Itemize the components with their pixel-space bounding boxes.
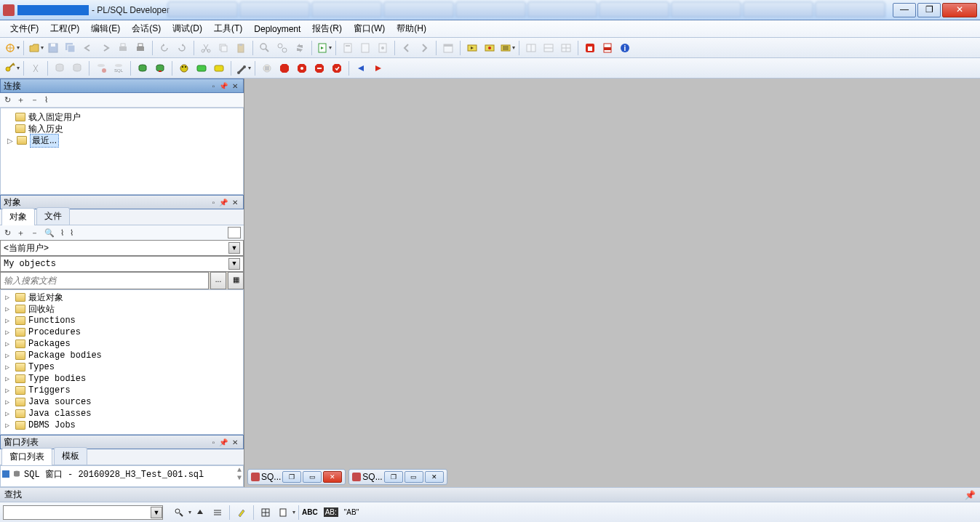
break3-button[interactable] xyxy=(311,60,327,76)
minimize-button[interactable]: — xyxy=(893,3,916,17)
expand-handle-icon[interactable]: ▷ xyxy=(5,293,12,302)
expand-handle-icon[interactable]: ▷ xyxy=(5,398,12,406)
case-abc-button[interactable]: ABC xyxy=(302,508,318,516)
find-combo[interactable]: ▼ xyxy=(3,505,163,520)
db2-button[interactable] xyxy=(69,60,85,76)
tab-templates[interactable]: 模板 xyxy=(54,447,87,465)
arrow-right-button[interactable] xyxy=(370,60,386,76)
refresh-icon[interactable]: ↻ xyxy=(3,228,12,238)
scroll-indicator-icon[interactable]: ▲▼ xyxy=(237,466,242,482)
winlist-item[interactable]: SQL 窗口 - 20160928_H3_Test_001.sql ▲▼ xyxy=(2,467,242,481)
grid2-button[interactable] xyxy=(541,40,557,56)
findnext-button[interactable] xyxy=(274,40,290,56)
printer-setup-button[interactable] xyxy=(132,40,148,56)
break1-button[interactable] xyxy=(276,60,292,76)
object-tree-node[interactable]: ▷Types xyxy=(2,361,242,373)
panel-dock-icon[interactable]: ▫ xyxy=(210,438,217,446)
menu-file[interactable]: 文件(F) xyxy=(4,20,44,37)
panel-dock-icon[interactable]: ▫ xyxy=(210,82,217,90)
dropdown-icon[interactable]: ▼ xyxy=(228,258,240,270)
expand-handle-icon[interactable]: ▷ xyxy=(5,351,12,360)
print-button[interactable] xyxy=(115,40,131,56)
replace-button[interactable] xyxy=(292,40,308,56)
grid-button[interactable] xyxy=(258,505,274,521)
tab-objects[interactable]: 对象 xyxy=(1,208,35,225)
cut-button[interactable] xyxy=(198,40,214,56)
copy-button[interactable] xyxy=(215,40,231,56)
object-tree-node[interactable]: ▷Functions xyxy=(2,315,242,326)
filter-combo[interactable]: My objects ▼ xyxy=(0,256,244,272)
menu-tools[interactable]: 工具(T) xyxy=(208,20,248,37)
redo-button[interactable] xyxy=(97,40,113,56)
redo2-button[interactable] xyxy=(174,40,190,56)
mdi-maximize-button[interactable]: ▭ xyxy=(405,471,423,483)
collapse-icon[interactable]: － xyxy=(29,94,40,106)
expand-handle-icon[interactable]: ▷ xyxy=(5,386,12,395)
find-button[interactable] xyxy=(257,40,273,56)
break2-button[interactable] xyxy=(294,60,310,76)
expand-handle-icon[interactable]: ▷ xyxy=(5,363,12,372)
panel-close-icon[interactable]: ✕ xyxy=(230,82,240,90)
find-all-button[interactable] xyxy=(210,505,226,521)
find-icon[interactable] xyxy=(171,505,187,521)
expand-handle-icon[interactable]: ▷ xyxy=(5,340,12,348)
grid3-button[interactable] xyxy=(558,40,574,56)
macro-list-button[interactable]: ▾ xyxy=(499,40,515,56)
panel-dock-icon[interactable]: ▫ xyxy=(210,198,217,206)
export-pdf-button[interactable] xyxy=(599,40,616,56)
find-dropdown-icon[interactable]: ▾ xyxy=(188,509,191,515)
object-tree-node[interactable]: ▷Packages xyxy=(2,338,242,350)
execute-button[interactable]: ▾ xyxy=(316,40,332,56)
menu-debug[interactable]: 调试(D) xyxy=(167,20,208,37)
session-button[interactable] xyxy=(582,40,598,56)
macro-rec-button[interactable] xyxy=(482,40,498,56)
mdi-close-button[interactable]: ✕ xyxy=(425,471,444,483)
highlight-button[interactable] xyxy=(234,505,250,521)
db-button[interactable] xyxy=(52,60,68,76)
sched-button[interactable] xyxy=(440,40,456,56)
object-search-input[interactable] xyxy=(0,272,209,289)
menu-report[interactable]: 报告(R) xyxy=(306,20,348,37)
refresh-icon[interactable]: ↻ xyxy=(3,95,12,105)
paste-button[interactable] xyxy=(233,40,249,56)
menu-session[interactable]: 会话(S) xyxy=(126,20,167,37)
panel-pin-icon[interactable]: 📌 xyxy=(217,198,230,206)
maximize-button[interactable]: ❐ xyxy=(917,3,941,17)
mdi-restore-button[interactable]: ❐ xyxy=(384,471,403,483)
tree-node-recent[interactable]: ▷ 最近... xyxy=(4,134,240,146)
bookmark3-button[interactable] xyxy=(375,40,391,56)
find-icon[interactable]: 🔍 xyxy=(43,228,56,238)
expand-icon[interactable]: ＋ xyxy=(15,227,26,239)
object-tree-node[interactable]: ▷回收站 xyxy=(2,303,242,315)
expand-handle-icon[interactable]: ▷ xyxy=(7,137,14,145)
expand-icon[interactable]: ＋ xyxy=(15,94,26,106)
stop1-button[interactable] xyxy=(259,60,275,76)
quoted-button[interactable]: "AB" xyxy=(344,508,359,516)
doc-button[interactable] xyxy=(275,505,291,521)
grid1-button[interactable] xyxy=(523,40,539,56)
debug-yellow-button[interactable] xyxy=(211,60,227,76)
new-button[interactable]: ▾ xyxy=(4,40,20,56)
link-icon[interactable]: ⌇ xyxy=(59,228,65,238)
rollback-button[interactable] xyxy=(152,60,168,76)
object-tree-node[interactable]: ▷Procedures xyxy=(2,326,242,338)
expand-handle-icon[interactable]: ▷ xyxy=(5,374,12,383)
mdi-window-group-1[interactable]: SQ... ❐ ▭ ✕ xyxy=(247,469,346,485)
saveall-button[interactable] xyxy=(63,40,79,56)
undo-button[interactable] xyxy=(80,40,96,56)
expand-handle-icon[interactable]: ▷ xyxy=(5,328,12,337)
collapse-icon[interactable]: － xyxy=(29,227,40,239)
expand-handle-icon[interactable]: ▷ xyxy=(5,409,12,418)
tab-winlist[interactable]: 窗口列表 xyxy=(1,448,52,465)
debug-button[interactable] xyxy=(176,60,192,76)
link-icon[interactable]: ⌇ xyxy=(43,95,49,105)
find-up-button[interactable] xyxy=(192,505,208,521)
save-button[interactable] xyxy=(45,40,61,56)
object-tree-node[interactable]: ▷Package bodies xyxy=(2,350,242,361)
dropdown-icon[interactable]: ▼ xyxy=(228,242,240,254)
nav-back-button[interactable] xyxy=(399,40,415,56)
object-tree-node[interactable]: ▷Triggers xyxy=(2,385,242,396)
search-grid-button[interactable]: ▦ xyxy=(228,272,244,289)
tree-node-fixed-users[interactable]: 载入固定用户 xyxy=(4,111,240,123)
wrench-button[interactable]: ▾ xyxy=(235,60,251,76)
